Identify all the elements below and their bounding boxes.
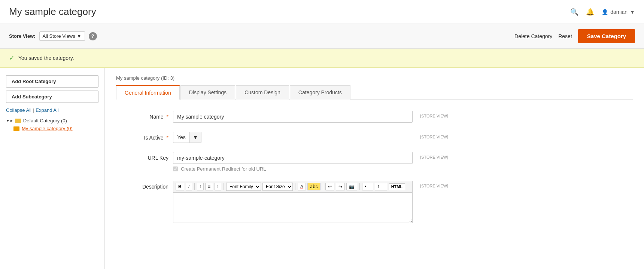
tab-general-information[interactable]: General Information (116, 85, 180, 100)
description-label: Description (116, 181, 168, 190)
tree-item-default[interactable]: ▼► Default Category (0) (6, 117, 98, 125)
toolbar: Store View: All Store Views ▼ ? Delete C… (0, 24, 644, 49)
save-category-button[interactable]: Save Category (578, 29, 635, 43)
wysiwyg-sep-2 (224, 183, 224, 190)
wysiwyg-toolbar: B I ⁞ ≡ ⁞ Font Family Font Size (173, 181, 413, 192)
wysiwyg-font-family[interactable]: Font Family (226, 183, 261, 191)
name-label: Name * (116, 111, 168, 120)
store-view-arrow: ▼ (77, 33, 82, 39)
wysiwyg-list-ol[interactable]: 1— (375, 183, 387, 190)
sidebar-links: Collapse All | Expand All (6, 107, 98, 113)
url-key-store-view-tag: [STORE VIEW] (420, 152, 448, 159)
form-row-url-key: URL Key Create Permanent Redirect for ol… (116, 152, 633, 172)
is-active-select-wrapper: Yes No ▼ (173, 132, 413, 143)
tree-label-default: Default Category (0) (23, 118, 67, 123)
success-message: You saved the category. (18, 55, 74, 61)
description-control: B I ⁞ ≡ ⁞ Font Family Font Size (173, 181, 413, 224)
wysiwyg-sep-4 (323, 183, 323, 190)
store-view-value: All Store Views (43, 33, 75, 39)
bell-icon[interactable]: 🔔 (586, 8, 594, 16)
help-icon[interactable]: ? (89, 32, 97, 40)
content-area: My sample category (ID: 3) General Infor… (105, 68, 644, 269)
name-required: * (167, 114, 168, 120)
form-row-name: Name * [STORE VIEW] (116, 111, 633, 123)
toolbar-buttons: Delete Category Reset Save Category (514, 29, 635, 43)
name-store-view-tag: [STORE VIEW] (420, 111, 448, 118)
success-banner: ✓ You saved the category. (0, 49, 644, 68)
url-key-control: Create Permanent Redirect for old URL (173, 152, 413, 172)
is-active-required: * (167, 135, 168, 141)
description-store-view-tag: [STORE VIEW] (420, 181, 448, 188)
form-row-is-active: Is Active * Yes No ▼ [STORE VIEW] (116, 132, 633, 143)
add-root-category-button[interactable]: Add Root Category (6, 75, 98, 88)
page-header: My sample category 🔍 🔔 👤 damian ▼ (0, 0, 644, 24)
redirect-row: Create Permanent Redirect for old URL (173, 166, 413, 172)
name-input[interactable] (173, 111, 413, 123)
success-icon: ✓ (9, 54, 15, 62)
wysiwyg-sep-3 (295, 183, 295, 190)
collapse-all-link[interactable]: Collapse All (6, 107, 31, 113)
wysiwyg-align-center[interactable]: ≡ (205, 183, 213, 190)
tree-subtree: My sample category (0) (6, 125, 98, 132)
search-icon[interactable]: 🔍 (570, 8, 578, 16)
username-label: damian (610, 9, 628, 15)
folder-icon-sample (13, 126, 19, 131)
is-active-label: Is Active * (116, 132, 168, 141)
link-divider: | (33, 107, 34, 113)
name-control (173, 111, 413, 123)
tree-item-sample[interactable]: My sample category (0) (13, 125, 98, 132)
tab-display-settings[interactable]: Display Settings (180, 85, 235, 100)
is-active-select[interactable]: Yes No (173, 132, 190, 143)
user-dropdown-arrow: ▼ (630, 9, 635, 15)
sidebar: Add Root Category Add Subcategory Collap… (0, 68, 105, 269)
main-layout: Add Root Category Add Subcategory Collap… (0, 68, 644, 269)
description-textarea[interactable] (173, 192, 413, 223)
store-view-label: Store View: (9, 33, 36, 39)
wysiwyg-html[interactable]: HTML (389, 183, 405, 190)
wysiwyg-undo[interactable]: ↩ (325, 183, 334, 190)
wysiwyg-bg-color[interactable]: ab̲c (307, 183, 321, 190)
is-active-caret[interactable]: ▼ (190, 132, 201, 143)
wysiwyg-image[interactable]: 📷 (346, 183, 357, 190)
store-view-section: Store View: All Store Views ▼ ? (9, 31, 97, 41)
is-active-control: Yes No ▼ (173, 132, 413, 143)
url-key-input[interactable] (173, 152, 413, 164)
store-view-select[interactable]: All Store Views ▼ (39, 31, 85, 41)
wysiwyg-italic[interactable]: I (186, 183, 192, 190)
wysiwyg-align-left[interactable]: ⁞ (197, 183, 204, 190)
form: Name * [STORE VIEW] Is Active * Yes (116, 111, 633, 224)
tree-label-sample: My sample category (0) (22, 126, 73, 131)
delete-category-button[interactable]: Delete Category (514, 33, 552, 39)
add-subcategory-button[interactable]: Add Subcategory (6, 91, 98, 103)
user-icon: 👤 (602, 9, 608, 15)
wysiwyg-list-ul[interactable]: •— (362, 183, 373, 190)
tree-collapse-icon: ▼► (6, 119, 13, 123)
wysiwyg-text-color[interactable]: A (298, 183, 306, 190)
wysiwyg-sep-1 (194, 183, 195, 190)
wysiwyg-redo[interactable]: ↪ (336, 183, 345, 190)
wysiwyg-font-size[interactable]: Font Size (262, 183, 293, 191)
page-title: My sample category (9, 6, 96, 18)
folder-icon (15, 119, 21, 123)
wysiwyg-align-right[interactable]: ⁞ (215, 183, 221, 190)
user-menu[interactable]: 👤 damian ▼ (602, 9, 635, 15)
tab-custom-design[interactable]: Custom Design (236, 85, 289, 100)
form-row-description: Description B I ⁞ ≡ ⁞ Font Family (116, 181, 633, 224)
header-icons: 🔍 🔔 👤 damian ▼ (570, 8, 635, 16)
tabs: General Information Display Settings Cus… (116, 85, 633, 100)
wysiwyg-sep-5 (359, 183, 360, 190)
tab-category-products[interactable]: Category Products (290, 85, 350, 100)
expand-all-link[interactable]: Expand All (36, 107, 58, 113)
url-key-label: URL Key (116, 152, 168, 161)
redirect-checkbox (173, 166, 178, 171)
category-id: My sample category (ID: 3) (116, 75, 633, 81)
wysiwyg-bold[interactable]: B (176, 183, 184, 190)
reset-button[interactable]: Reset (558, 33, 572, 39)
is-active-store-view-tag: [STORE VIEW] (420, 132, 448, 139)
redirect-label: Create Permanent Redirect for old URL (181, 166, 266, 172)
